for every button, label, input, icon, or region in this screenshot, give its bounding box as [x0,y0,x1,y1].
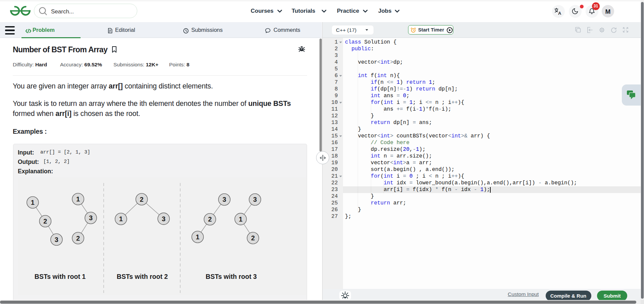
svg-text:1: 1 [31,199,35,206]
svg-text:BSTs with root 2: BSTs with root 2 [117,273,168,280]
svg-text:1: 1 [119,215,123,223]
svg-text:2: 2 [43,218,47,225]
svg-text:3: 3 [162,215,165,223]
svg-text:3: 3 [89,214,93,222]
svg-text:1: 1 [76,195,80,203]
svg-text:BSTs with root 3: BSTs with root 3 [206,273,257,280]
svg-text:2: 2 [251,234,255,242]
svg-text:BSTs with root 1: BSTs with root 1 [35,273,86,280]
svg-text:3: 3 [55,236,58,243]
svg-text:2: 2 [76,235,80,242]
svg-text:3: 3 [253,196,257,203]
svg-text:2: 2 [208,216,212,223]
svg-text:2: 2 [140,196,144,203]
svg-text:A: A [558,11,561,16]
svg-text:1: 1 [239,216,242,223]
svg-text:1: 1 [196,233,199,241]
svg-text:3: 3 [222,196,226,203]
